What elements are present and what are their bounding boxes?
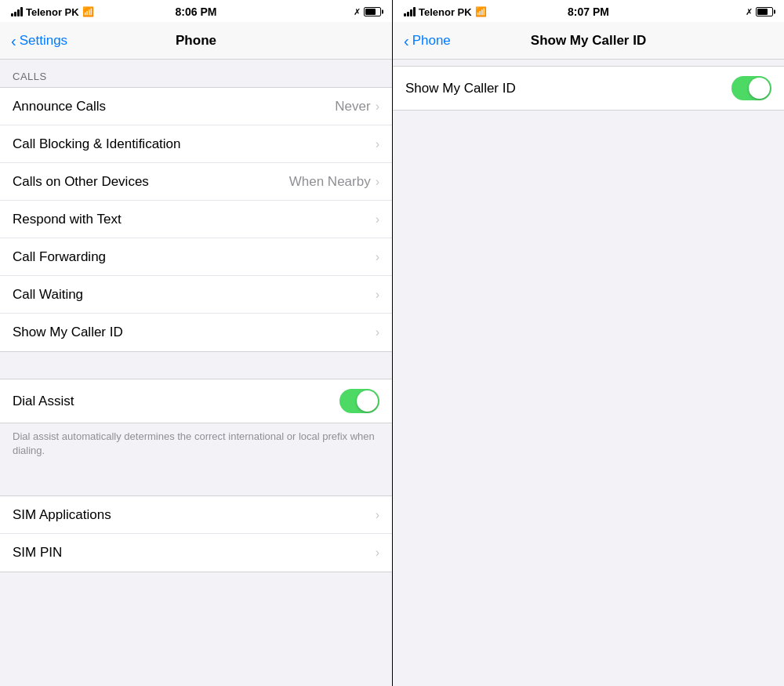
left-status-bar-left: Telenor PK 📶 xyxy=(11,6,94,18)
call-forwarding-chevron-icon: › xyxy=(376,250,379,264)
call-waiting-chevron-icon: › xyxy=(376,288,379,302)
right-status-bar: Telenor PK 📶 8:07 PM ✗ xyxy=(393,0,784,22)
announce-calls-right: Never › xyxy=(335,99,379,114)
sim-settings-group: SIM Applications › SIM PIN › xyxy=(0,495,392,572)
right-wifi-icon: 📶 xyxy=(475,6,487,17)
left-phone-panel: Telenor PK 📶 8:06 PM ✗ ‹ Settings Phone … xyxy=(0,0,392,686)
sim-pin-chevron-icon: › xyxy=(376,546,379,560)
right-phone-panel: Telenor PK 📶 8:07 PM ✗ ‹ Phone Show My C… xyxy=(392,0,784,686)
spacer-1 xyxy=(0,352,392,379)
sim-pin-row[interactable]: SIM PIN › xyxy=(0,534,392,572)
respond-with-text-right: › xyxy=(376,212,379,227)
announce-calls-label: Announce Calls xyxy=(13,99,106,114)
right-time: 8:07 PM xyxy=(568,5,609,18)
left-status-bar: Telenor PK 📶 8:06 PM ✗ xyxy=(0,0,392,22)
call-blocking-label: Call Blocking & Identification xyxy=(13,136,181,152)
caller-id-row-label: Show My Caller ID xyxy=(405,81,516,96)
dial-assist-description: Dial assist automatically determines the… xyxy=(0,423,392,469)
dial-assist-row[interactable]: Dial Assist xyxy=(0,379,392,423)
dial-assist-group: Dial Assist xyxy=(0,379,392,423)
show-caller-id-chevron-icon: › xyxy=(376,325,379,339)
dial-assist-label: Dial Assist xyxy=(13,394,74,409)
calls-other-devices-value: When Nearby xyxy=(289,174,371,190)
respond-with-text-chevron-icon: › xyxy=(376,212,379,227)
sim-pin-right: › xyxy=(376,546,379,560)
calls-settings-group: Announce Calls Never › Call Blocking & I… xyxy=(0,87,392,352)
right-nav-bar: ‹ Phone Show My Caller ID xyxy=(393,22,784,60)
bluetooth-icon: ✗ xyxy=(354,7,361,17)
back-label: Settings xyxy=(20,33,67,49)
wifi-icon: 📶 xyxy=(82,6,94,17)
announce-calls-value: Never xyxy=(335,99,370,114)
carrier-label: Telenor PK xyxy=(26,6,79,18)
right-status-bar-right: ✗ xyxy=(746,7,773,17)
sim-applications-label: SIM Applications xyxy=(13,507,111,523)
right-back-chevron-icon: ‹ xyxy=(404,33,409,49)
page-title: Phone xyxy=(176,33,216,49)
back-to-settings-button[interactable]: ‹ Settings xyxy=(11,33,67,49)
caller-id-group: Show My Caller ID xyxy=(393,66,784,111)
call-forwarding-label: Call Forwarding xyxy=(13,249,106,265)
right-status-bar-left: Telenor PK 📶 xyxy=(404,6,487,18)
left-time: 8:06 PM xyxy=(176,5,217,18)
signal-bars-icon xyxy=(11,7,23,16)
right-back-label: Phone xyxy=(412,33,451,49)
show-caller-id-label: Show My Caller ID xyxy=(13,325,123,340)
dial-assist-toggle[interactable] xyxy=(339,389,379,413)
left-nav-bar: ‹ Settings Phone xyxy=(0,22,392,60)
caller-id-toggle[interactable] xyxy=(731,76,771,100)
call-waiting-label: Call Waiting xyxy=(13,287,83,303)
right-battery-icon xyxy=(756,7,773,16)
announce-calls-row[interactable]: Announce Calls Never › xyxy=(0,88,392,125)
calls-other-devices-row[interactable]: Calls on Other Devices When Nearby › xyxy=(0,163,392,201)
back-chevron-icon: ‹ xyxy=(11,33,16,49)
respond-with-text-row[interactable]: Respond with Text › xyxy=(0,201,392,238)
calls-other-devices-label: Calls on Other Devices xyxy=(13,174,149,190)
call-blocking-chevron-icon: › xyxy=(376,137,379,151)
show-caller-id-right: › xyxy=(376,325,379,339)
caller-id-toggle-knob xyxy=(749,78,770,99)
calls-other-devices-chevron-icon: › xyxy=(376,175,379,189)
sim-applications-chevron-icon: › xyxy=(376,508,379,522)
right-top-spacer xyxy=(393,60,784,66)
respond-with-text-label: Respond with Text xyxy=(13,212,122,227)
sim-applications-row[interactable]: SIM Applications › xyxy=(0,496,392,534)
back-to-phone-button[interactable]: ‹ Phone xyxy=(404,33,451,49)
spacer-2 xyxy=(0,469,392,495)
caller-id-row[interactable]: Show My Caller ID xyxy=(393,67,784,110)
show-caller-id-row[interactable]: Show My Caller ID › xyxy=(0,314,392,351)
calls-other-devices-right: When Nearby › xyxy=(289,174,379,190)
call-forwarding-row[interactable]: Call Forwarding › xyxy=(0,238,392,276)
battery-fill xyxy=(365,9,376,15)
right-battery-fill xyxy=(757,9,768,15)
battery-icon xyxy=(364,7,381,16)
call-waiting-row[interactable]: Call Waiting › xyxy=(0,276,392,314)
right-signal-bars-icon xyxy=(404,7,416,16)
call-blocking-row[interactable]: Call Blocking & Identification › xyxy=(0,125,392,163)
right-background xyxy=(393,111,784,686)
right-carrier-label: Telenor PK xyxy=(419,6,472,18)
call-blocking-right: › xyxy=(376,137,379,151)
call-waiting-right: › xyxy=(376,288,379,302)
sim-pin-label: SIM PIN xyxy=(13,545,62,561)
dial-assist-toggle-knob xyxy=(357,390,378,412)
right-bluetooth-icon: ✗ xyxy=(746,7,753,17)
call-forwarding-right: › xyxy=(376,250,379,264)
announce-calls-chevron-icon: › xyxy=(376,100,379,114)
calls-section-header: CALLS xyxy=(0,60,392,87)
sim-applications-right: › xyxy=(376,508,379,522)
right-page-title: Show My Caller ID xyxy=(531,33,646,49)
left-status-bar-right: ✗ xyxy=(354,7,381,17)
